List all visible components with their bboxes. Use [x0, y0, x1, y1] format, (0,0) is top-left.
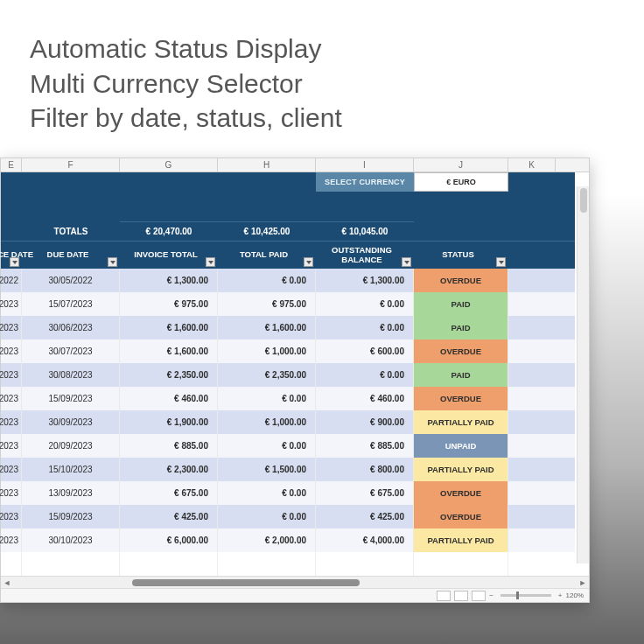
cell-invoice-date[interactable]: 0/06/2023	[1, 292, 22, 316]
status-badge[interactable]: PAID	[414, 316, 508, 340]
cell-total-paid[interactable]: € 1,000.00	[218, 340, 316, 363]
cell-invoice-date[interactable]: 3/08/2023	[1, 410, 22, 434]
cell-due-date[interactable]: 30/05/2022	[22, 269, 120, 292]
cell-outstanding[interactable]: € 0.00	[316, 316, 414, 340]
header-due-date[interactable]: DUE DATE	[22, 242, 120, 269]
table-row[interactable]: 5/04/202230/05/2022€ 1,300.00€ 0.00€ 1,3…	[1, 269, 575, 292]
cell-outstanding[interactable]: € 4,000.00	[316, 528, 414, 552]
currency-dropdown[interactable]: € EURO	[414, 172, 508, 192]
status-badge[interactable]: OVERDUE	[414, 481, 508, 505]
cell-invoice-total[interactable]: € 2,350.00	[120, 363, 218, 387]
zoom-plus-icon[interactable]: +	[558, 592, 563, 599]
cell-invoice-date[interactable]: 5/08/2023	[1, 363, 22, 387]
cell-outstanding[interactable]: € 1,300.00	[316, 269, 414, 292]
cell-invoice-total[interactable]: € 1,300.00	[120, 269, 218, 292]
vertical-scroll-thumb[interactable]	[580, 188, 587, 213]
status-badge[interactable]: PARTIALLY PAID	[414, 458, 508, 481]
cell-outstanding[interactable]: € 600.00	[316, 340, 414, 363]
cell-invoice-total[interactable]: € 1,900.00	[120, 410, 218, 434]
cell-invoice-total[interactable]: € 1,600.00	[120, 340, 218, 363]
cell-total-paid[interactable]: € 975.00	[218, 292, 316, 316]
header-invoice-date[interactable]: OICE DATE	[1, 242, 22, 269]
header-invoice-total[interactable]: INVOICE TOTAL	[120, 242, 218, 269]
col-letter-i[interactable]: I	[316, 158, 414, 172]
filter-dropdown-icon[interactable]	[304, 257, 313, 267]
zoom-minus-icon[interactable]: −	[489, 592, 494, 599]
cell-due-date[interactable]: 20/09/2023	[22, 434, 120, 458]
header-total-paid[interactable]: TOTAL PAID	[218, 242, 316, 269]
cell-due-date[interactable]: 30/10/2023	[22, 528, 120, 552]
cell-total-paid[interactable]: € 1,600.00	[218, 316, 316, 340]
col-letter-h[interactable]: H	[218, 158, 316, 172]
status-badge[interactable]: UNPAID	[414, 434, 508, 458]
cell-due-date[interactable]: 30/06/2023	[22, 316, 120, 340]
table-row[interactable]: 5/08/202330/08/2023€ 2,350.00€ 2,350.00€…	[1, 363, 575, 387]
table-row[interactable]: 0/06/202315/07/2023€ 975.00€ 975.00€ 0.0…	[1, 292, 575, 316]
horizontal-scrollbar[interactable]: ◄ ►	[1, 576, 589, 588]
status-badge[interactable]: OVERDUE	[414, 505, 508, 528]
cell-outstanding[interactable]: € 675.00	[316, 481, 414, 505]
cell-due-date[interactable]: 15/07/2023	[22, 292, 120, 316]
cell-invoice-total[interactable]: € 6,000.00	[120, 528, 218, 552]
cell-invoice-date[interactable]: 5/09/2023	[1, 505, 22, 528]
table-row[interactable]: 2/07/202330/07/2023€ 1,600.00€ 1,000.00€…	[1, 340, 575, 363]
scroll-left-arrow-icon[interactable]: ◄	[1, 577, 13, 589]
scroll-right-arrow-icon[interactable]: ►	[577, 577, 589, 589]
cell-outstanding[interactable]: € 425.00	[316, 505, 414, 528]
cell-invoice-total[interactable]: € 1,600.00	[120, 316, 218, 340]
cell-invoice-date[interactable]: 2/07/2023	[1, 340, 22, 363]
cell-due-date[interactable]: 30/07/2023	[22, 340, 120, 363]
zoom-level[interactable]: 120%	[566, 592, 584, 599]
cell-invoice-total[interactable]: € 2,300.00	[120, 458, 218, 481]
view-normal-button[interactable]	[437, 591, 451, 601]
cell-invoice-date[interactable]: 5/04/2022	[1, 269, 22, 292]
cell-outstanding[interactable]: € 900.00	[316, 410, 414, 434]
status-badge[interactable]: PAID	[414, 292, 508, 316]
filter-dropdown-icon[interactable]	[108, 257, 117, 267]
cell-invoice-date[interactable]: 5/09/2023	[1, 481, 22, 505]
cell-invoice-total[interactable]: € 460.00	[120, 387, 218, 410]
cell-total-paid[interactable]: € 0.00	[218, 481, 316, 505]
cell-total-paid[interactable]: € 2,350.00	[218, 363, 316, 387]
status-badge[interactable]: OVERDUE	[414, 387, 508, 410]
table-row[interactable]: 5/09/202315/09/2023€ 425.00€ 0.00€ 425.0…	[1, 505, 575, 528]
cell-due-date[interactable]: 13/09/2023	[22, 481, 120, 505]
filter-dropdown-icon[interactable]	[10, 257, 19, 267]
horizontal-scroll-thumb[interactable]	[132, 579, 360, 586]
vertical-scrollbar[interactable]	[577, 186, 589, 564]
table-row[interactable]: 2/06/202330/06/2023€ 1,600.00€ 1,600.00€…	[1, 316, 575, 340]
cell-invoice-date[interactable]: 7/08/2023	[1, 387, 22, 410]
cell-due-date[interactable]: 15/10/2023	[22, 458, 120, 481]
status-badge[interactable]: PARTIALLY PAID	[414, 410, 508, 434]
cell-due-date[interactable]: 30/09/2023	[22, 410, 120, 434]
col-letter-f[interactable]: F	[22, 158, 120, 172]
table-row[interactable]: 5/09/202330/10/2023€ 6,000.00€ 2,000.00€…	[1, 528, 575, 552]
cell-due-date[interactable]: 15/09/2023	[22, 505, 120, 528]
status-badge[interactable]: OVERDUE	[414, 269, 508, 292]
col-letter-e[interactable]: E	[1, 158, 22, 172]
filter-dropdown-icon[interactable]	[206, 257, 215, 267]
cell-total-paid[interactable]: € 1,000.00	[218, 410, 316, 434]
filter-dropdown-icon[interactable]	[496, 257, 506, 267]
header-outstanding[interactable]: OUTSTANDING BALANCE	[316, 242, 414, 269]
view-page-break-button[interactable]	[472, 591, 486, 601]
cell-outstanding[interactable]: € 0.00	[316, 292, 414, 316]
cell-invoice-total[interactable]: € 425.00	[120, 505, 218, 528]
status-badge[interactable]: OVERDUE	[414, 340, 508, 363]
cell-invoice-total[interactable]: € 885.00	[120, 434, 218, 458]
cell-outstanding[interactable]: € 800.00	[316, 458, 414, 481]
cell-invoice-total[interactable]: € 675.00	[120, 481, 218, 505]
status-badge[interactable]: PARTIALLY PAID	[414, 528, 508, 552]
table-row[interactable]: 3/08/202330/09/2023€ 1,900.00€ 1,000.00€…	[1, 410, 575, 434]
header-status[interactable]: STATUS	[414, 242, 508, 269]
empty-row[interactable]	[1, 552, 575, 576]
view-page-layout-button[interactable]	[454, 591, 468, 601]
cell-outstanding[interactable]: € 885.00	[316, 434, 414, 458]
cell-total-paid[interactable]: € 1,500.00	[218, 458, 316, 481]
cell-due-date[interactable]: 30/08/2023	[22, 363, 120, 387]
status-badge[interactable]: PAID	[414, 363, 508, 387]
cell-total-paid[interactable]: € 0.00	[218, 505, 316, 528]
col-letter-k[interactable]: K	[508, 158, 556, 172]
cell-total-paid[interactable]: € 2,000.00	[218, 528, 316, 552]
cell-total-paid[interactable]: € 0.00	[218, 387, 316, 410]
